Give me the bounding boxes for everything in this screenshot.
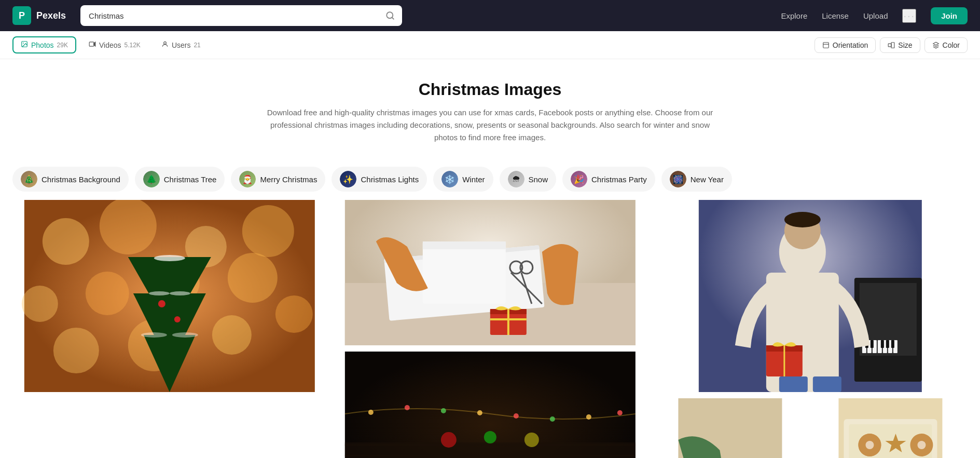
page-title: Christmas Images xyxy=(10,80,970,99)
svg-point-23 xyxy=(212,315,252,355)
more-menu-button[interactable]: ··· xyxy=(902,9,916,23)
size-filter[interactable]: Size xyxy=(880,37,920,53)
grid-column-1 xyxy=(12,200,327,458)
svg-point-28 xyxy=(170,291,190,295)
search-icon xyxy=(385,11,395,20)
svg-rect-75 xyxy=(886,340,889,348)
logo-text: Pexels xyxy=(36,10,66,21)
chip-christmas-tree[interactable]: 🌲 Christmas Tree xyxy=(135,167,225,192)
svg-point-17 xyxy=(86,272,129,315)
photos-icon xyxy=(21,41,28,49)
svg-point-29 xyxy=(141,332,167,338)
chip-avatar-snow: 🌨 xyxy=(508,171,524,187)
users-tab-label: Users xyxy=(172,41,191,49)
svg-point-20 xyxy=(275,295,313,333)
photo-person-gift xyxy=(653,200,968,392)
chip-snow[interactable]: 🌨 Snow xyxy=(500,167,557,192)
grid-column-3 xyxy=(653,200,968,458)
svg-point-56 xyxy=(440,408,446,413)
svg-point-6 xyxy=(164,42,167,44)
svg-point-26 xyxy=(154,255,185,261)
svg-point-112 xyxy=(866,441,874,449)
upload-link[interactable]: Upload xyxy=(863,11,888,20)
tab-users[interactable]: Users 21 xyxy=(153,36,209,53)
chip-avatar-christmas-tree: 🌲 xyxy=(143,171,160,187)
svg-rect-37 xyxy=(422,241,505,304)
chip-avatar-winter: ❄️ xyxy=(441,171,458,187)
photos-tab-label: Photos xyxy=(31,41,54,49)
svg-point-51 xyxy=(440,432,456,448)
logo-icon: P xyxy=(12,6,31,25)
svg-rect-73 xyxy=(871,340,874,348)
svg-point-60 xyxy=(586,414,591,420)
color-icon xyxy=(932,42,940,49)
users-tab-count: 21 xyxy=(194,42,200,49)
filter-controls: Orientation Size Color xyxy=(815,37,968,53)
explore-link[interactable]: Explore xyxy=(781,11,807,20)
svg-point-21 xyxy=(53,328,99,373)
image-card-2[interactable] xyxy=(333,200,647,345)
svg-point-61 xyxy=(617,410,622,415)
navbar: P Pexels Explore License Upload ··· Join xyxy=(0,0,980,31)
grid-column-2 xyxy=(333,200,647,458)
videos-tab-count: 5.12K xyxy=(125,42,141,49)
svg-point-113 xyxy=(918,441,926,449)
orientation-filter[interactable]: Orientation xyxy=(815,37,876,53)
svg-rect-4 xyxy=(89,42,94,46)
photo-bokeh-tree xyxy=(12,200,327,392)
svg-point-31 xyxy=(158,300,165,307)
svg-rect-50 xyxy=(344,442,635,458)
photos-tab-count: 29K xyxy=(57,42,68,49)
image-grid xyxy=(0,200,980,458)
videos-icon xyxy=(89,41,96,49)
image-card-1[interactable] xyxy=(12,200,327,392)
chip-avatar-merry-christmas: 🎅 xyxy=(239,171,256,187)
svg-rect-84 xyxy=(813,376,841,392)
svg-point-53 xyxy=(524,433,539,447)
search-bar xyxy=(80,5,402,26)
logo-link[interactable]: P Pexels xyxy=(12,6,66,25)
chip-avatar-christmas-background: 🎄 xyxy=(21,171,37,187)
svg-rect-74 xyxy=(881,340,884,348)
join-button[interactable]: Join xyxy=(931,7,968,24)
photo-wrapping xyxy=(333,200,647,345)
svg-point-59 xyxy=(549,416,555,422)
image-card-5[interactable] xyxy=(653,398,807,458)
category-chips: 🎄 Christmas Background 🌲 Christmas Tree … xyxy=(0,156,980,200)
svg-rect-7 xyxy=(823,42,829,48)
svg-rect-9 xyxy=(888,44,891,47)
svg-point-16 xyxy=(22,286,58,322)
filter-bar: Photos 29K Videos 5.12K Users 21 Orienta… xyxy=(0,31,980,59)
svg-point-19 xyxy=(228,253,278,303)
image-card-bottom-row xyxy=(653,398,968,458)
chip-christmas-lights[interactable]: ✨ Christmas Lights xyxy=(332,167,427,192)
svg-point-32 xyxy=(174,316,181,322)
svg-rect-38 xyxy=(422,241,505,249)
svg-point-27 xyxy=(149,291,170,295)
image-card-3[interactable] xyxy=(333,352,647,458)
svg-rect-83 xyxy=(779,376,808,392)
tab-photos[interactable]: Photos 29K xyxy=(12,36,76,53)
search-button[interactable] xyxy=(378,11,402,20)
photo-cookies-tray xyxy=(813,398,968,458)
image-card-4[interactable] xyxy=(653,200,968,392)
svg-point-12 xyxy=(43,218,89,265)
search-input[interactable] xyxy=(80,11,378,20)
hero-section: Christmas Images Download free and high-… xyxy=(0,59,980,156)
tab-videos[interactable]: Videos 5.12K xyxy=(80,36,149,53)
chip-christmas-party[interactable]: 🎉 Christmas Party xyxy=(562,167,655,192)
svg-point-79 xyxy=(784,212,821,227)
chip-new-year[interactable]: 🎆 New Year xyxy=(661,167,732,192)
photo-dark-wood xyxy=(333,352,647,458)
svg-point-3 xyxy=(23,43,24,44)
image-card-6[interactable] xyxy=(813,398,968,458)
chip-merry-christmas[interactable]: 🎅 Merry Christmas xyxy=(231,167,325,192)
chip-avatar-christmas-lights: ✨ xyxy=(340,171,356,187)
chip-winter[interactable]: ❄️ Winter xyxy=(433,167,493,192)
chip-christmas-background[interactable]: 🎄 Christmas Background xyxy=(12,167,129,192)
svg-point-30 xyxy=(172,332,198,338)
license-link[interactable]: License xyxy=(822,11,849,20)
videos-tab-label: Videos xyxy=(99,41,121,49)
color-filter[interactable]: Color xyxy=(924,37,968,53)
svg-point-54 xyxy=(368,410,373,415)
